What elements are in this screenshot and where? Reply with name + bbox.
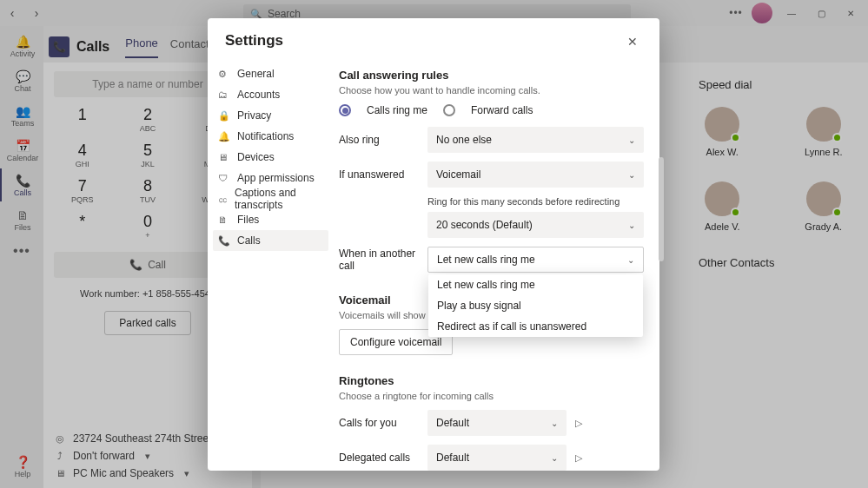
settings-content: Call answering rules Choose how you want… (334, 60, 656, 471)
settings-modal: Settings ✕ ⚙General 🗂Accounts 🔒Privacy 🔔… (208, 18, 659, 471)
chevron-down-icon: ⌄ (627, 255, 634, 265)
settings-nav-calls[interactable]: 📞Calls (213, 230, 328, 251)
chevron-down-icon: ⌄ (628, 135, 635, 145)
also-ring-label: Also ring (339, 134, 427, 146)
files-icon: 🗎 (218, 214, 230, 225)
chevron-down-icon: ⌄ (628, 170, 635, 180)
radio-forward-calls[interactable] (443, 104, 455, 116)
device-icon: 🖥 (218, 152, 230, 162)
settings-nav-notifications[interactable]: 🔔Notifications (213, 126, 328, 147)
settings-nav: ⚙General 🗂Accounts 🔒Privacy 🔔Notificatio… (208, 60, 334, 471)
settings-nav-captions[interactable]: ㏄Captions and transcripts (213, 188, 328, 209)
another-call-label: When in another call (339, 247, 427, 272)
calls-for-you-label: Calls for you (339, 417, 419, 429)
another-call-dropdown-menu: Let new calls ring me Play a busy signal… (428, 274, 643, 337)
bell-icon: 🔔 (218, 131, 230, 142)
account-icon: 🗂 (218, 89, 230, 100)
also-ring-dropdown[interactable]: No one else⌄ (427, 127, 644, 153)
radio-forward-calls-label: Forward calls (471, 104, 533, 116)
settings-nav-privacy[interactable]: 🔒Privacy (213, 105, 328, 126)
chevron-down-icon: ⌄ (551, 419, 558, 428)
calls-for-you-dropdown[interactable]: Default⌄ (427, 410, 567, 436)
play-ringtone-button[interactable]: ▷ (575, 418, 591, 429)
call-answering-subtitle: Choose how you want to handle incoming c… (339, 85, 644, 96)
radio-calls-ring-me[interactable] (339, 104, 351, 116)
play-ringtone-button[interactable]: ▷ (575, 452, 591, 464)
modal-title: Settings (225, 32, 283, 49)
settings-nav-general[interactable]: ⚙General (213, 63, 328, 84)
delegated-calls-dropdown[interactable]: Default⌄ (427, 445, 567, 471)
dropdown-option[interactable]: Redirect as if call is unanswered (428, 316, 643, 337)
call-answering-title: Call answering rules (339, 69, 644, 82)
another-call-dropdown[interactable]: Let new calls ring me⌄ Let new calls rin… (427, 247, 644, 273)
radio-calls-ring-me-label: Calls ring me (367, 104, 427, 116)
chevron-down-icon: ⌄ (551, 453, 558, 463)
settings-nav-accounts[interactable]: 🗂Accounts (213, 84, 328, 105)
shield-icon: 🛡 (218, 173, 230, 183)
settings-nav-files[interactable]: 🗎Files (213, 209, 328, 230)
lock-icon: 🔒 (218, 110, 230, 122)
if-unanswered-dropdown[interactable]: Voicemail⌄ (427, 162, 644, 188)
delegated-calls-label: Delegated calls (339, 452, 419, 464)
gear-icon: ⚙ (218, 69, 230, 80)
ringtones-subtitle: Choose a ringtone for incoming calls (339, 391, 644, 401)
chevron-down-icon: ⌄ (628, 221, 635, 230)
settings-nav-devices[interactable]: 🖥Devices (213, 147, 328, 168)
settings-nav-app-permissions[interactable]: 🛡App permissions (213, 168, 328, 188)
phone-icon: 📞 (218, 235, 230, 247)
ringtones-title: Ringtones (339, 374, 644, 387)
ring-duration-hint: Ring for this many seconds before redire… (427, 196, 644, 207)
dropdown-option[interactable]: Let new calls ring me (428, 274, 643, 295)
dropdown-option[interactable]: Play a busy signal (428, 295, 643, 316)
ring-duration-dropdown[interactable]: 20 seconds (Default)⌄ (427, 212, 644, 238)
if-unanswered-label: If unanswered (339, 168, 427, 181)
captions-icon: ㏄ (218, 193, 228, 206)
modal-close-button[interactable]: ✕ (623, 32, 642, 51)
